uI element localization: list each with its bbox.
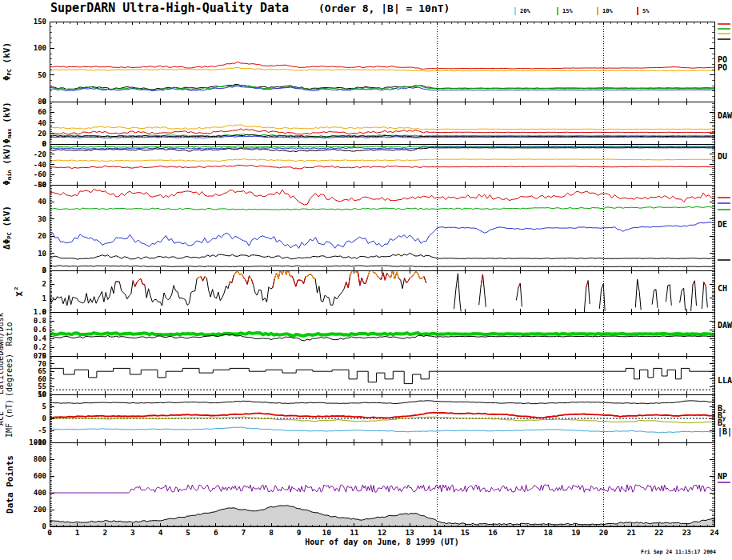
series-chi2-black-overlay [250, 275, 252, 278]
panel-border [50, 442, 714, 526]
series-dphi-red [50, 189, 714, 205]
panel-data-points [50, 485, 714, 526]
y-tick-label: 150 [34, 18, 46, 26]
y-tick-label: 60 [38, 375, 46, 383]
y-tick-label: 40 [38, 198, 46, 206]
series-dphi-black-low [50, 266, 714, 267]
panel-left-label: ΦPC (kV) [2, 42, 13, 81]
x-tick-label: 4 [158, 528, 163, 537]
x-tick-label: 7 [242, 528, 246, 537]
y-tick-label: -20 [34, 150, 46, 158]
y-tick-label: 65 [38, 367, 46, 375]
y-tick-label: -60 [34, 170, 46, 178]
y-tick-label: 10 [38, 390, 46, 398]
x-tick-label: 24 [710, 528, 719, 537]
panel-latitude [50, 368, 714, 390]
x-tick-label: 2 [102, 528, 107, 537]
superdarn-plot-page: SuperDARN Ultra-High-Quality Data (Order… [0, 0, 732, 560]
y-tick-label: 0 [42, 522, 46, 530]
right-edge-label: NP [718, 472, 727, 481]
panel-left-label: Φmax (kV) [2, 102, 13, 143]
y-tick-label: -40 [34, 161, 46, 169]
y-tick-label: 200 [34, 506, 46, 514]
x-tick-label: 14 [433, 528, 442, 537]
x-tick-label: 22 [654, 528, 663, 537]
y-tick-label: 2 [42, 280, 46, 288]
y-tick-label: 0 [42, 140, 46, 148]
series-chi2-black-overlay [230, 271, 253, 285]
series-chi2-black-overlay [344, 266, 400, 288]
series-imf-btotal [50, 401, 714, 404]
panel-phi-max [50, 125, 714, 138]
series-dphi-black [50, 254, 714, 260]
series-chi2-black [599, 284, 605, 311]
y-tick-label: 0.2 [34, 343, 46, 351]
panel-left-label: Ratio [5, 322, 14, 346]
right-edge-label: CH [718, 284, 727, 293]
series-chi2-black [666, 285, 671, 306]
y-tick-label: 80 [38, 98, 46, 106]
x-tick-label: 10 [322, 528, 332, 537]
series-chi2-black [50, 266, 426, 306]
right-edge-label: DU [718, 152, 727, 161]
panel-left-label: ΔΦPC (kV) [2, 206, 13, 250]
x-tick-label: 12 [378, 528, 386, 537]
series-chi2-black-overlay [586, 281, 588, 288]
y-tick-label: 1 [42, 294, 46, 302]
panel-left-label: IMF (nT) [5, 399, 14, 438]
series-np-purple [50, 485, 714, 493]
y-tick-label: 55 [38, 382, 46, 390]
y-tick-label: 3 [42, 266, 46, 274]
right-edge-label: DE [718, 220, 727, 229]
series-chi2-black [454, 274, 462, 312]
x-tick-label: 0 [47, 528, 52, 537]
series-chi2-black [680, 288, 686, 310]
y-tick-label: 50 [38, 181, 46, 189]
y-tick-label: -5 [38, 426, 46, 434]
x-tick-label: 3 [130, 528, 135, 537]
series-chi2-black-overlay [197, 277, 201, 278]
y-tick-label: 20 [38, 232, 46, 240]
series-chi2-black-overlay [410, 271, 424, 278]
y-tick-label: 0.8 [34, 317, 46, 325]
series-pot-red [50, 62, 714, 69]
series-chi2-black-overlay [205, 277, 206, 278]
series-imf-bx [50, 427, 714, 433]
x-tick-label: 16 [488, 528, 498, 537]
y-tick-label: 60 [38, 108, 46, 116]
x-tick-label: 5 [186, 528, 190, 537]
x-tick-label: 13 [405, 528, 414, 537]
x-tick-label: 8 [269, 528, 274, 537]
panel-left-label: Φmin (kV) [2, 143, 13, 185]
panel-dawn-dusk-ratio [50, 333, 714, 341]
right-edge-label: |B| [718, 427, 732, 437]
x-tick-label: 19 [571, 528, 581, 537]
panel-border [50, 356, 714, 394]
series-lat-black [50, 368, 714, 383]
series-max-orange [50, 125, 714, 130]
y-tick-label: 600 [34, 472, 46, 480]
x-tick-label: 1 [75, 528, 80, 537]
y-tick-label: 1.0 [34, 308, 46, 316]
right-edge-label: DAW [718, 321, 732, 330]
series-chi2-black-overlay [133, 278, 145, 286]
series-dphi-blue [50, 222, 714, 249]
y-tick-label: 50 [38, 71, 46, 79]
panel-chi2 [50, 266, 707, 312]
series-chi2-black-overlay [274, 268, 292, 279]
right-edge-label: PO [718, 63, 727, 72]
x-tick-label: 15 [461, 528, 470, 537]
y-tick-label: 30 [38, 215, 46, 223]
series-min-orange [50, 159, 714, 162]
series-chi2-black-overlay [234, 271, 243, 278]
y-tick-label: 800 [34, 455, 46, 463]
x-tick-label: 11 [350, 528, 359, 537]
series-chi2-black [691, 281, 697, 311]
y-tick-label: 75 [38, 352, 46, 360]
x-tick-label: 6 [214, 528, 218, 537]
y-tick-label: 100 [34, 44, 46, 52]
y-tick-label: 0 [42, 414, 46, 422]
series-dphi-green [50, 206, 714, 210]
right-edge-label: DAW [718, 111, 732, 120]
panel-left-label: (degrees) [5, 354, 14, 397]
